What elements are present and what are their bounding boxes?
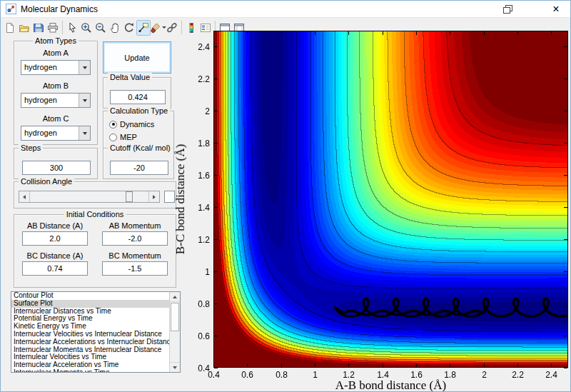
link-icon <box>166 22 178 34</box>
panel-title: Collision Angle <box>19 177 74 186</box>
toolbar-button-edit-plot[interactable] <box>65 20 79 36</box>
delta-value-panel: Delta Value <box>103 77 171 109</box>
list-item[interactable]: Internuclear Accelerations vs Internucle… <box>11 338 169 346</box>
rotate-3d-icon <box>123 22 135 34</box>
restore-button[interactable] <box>495 1 520 17</box>
slider-right-arrow[interactable] <box>148 191 159 202</box>
steps-field[interactable] <box>22 161 91 175</box>
toolbar-button-brush[interactable] <box>151 20 165 36</box>
x-axis-label: A-B bond distance (Å) <box>319 378 463 392</box>
list-item[interactable]: Internuclear Velocities vs Internuclear … <box>11 331 169 338</box>
toolbar-separator <box>62 21 63 34</box>
toolbar-button-link-plot[interactable] <box>165 20 179 36</box>
toolbar-separator <box>181 21 182 34</box>
scroll-down-button[interactable] <box>170 362 180 372</box>
chevron-down-icon <box>83 99 87 102</box>
update-button[interactable]: Update <box>103 41 171 74</box>
chevron-down-icon <box>83 66 87 69</box>
combobox-value: hydrogen <box>24 63 57 71</box>
cutoff-panel: Cutoff (Kcal/ mol) <box>103 148 174 179</box>
zoom-out-icon <box>95 22 106 34</box>
combobox-arrow[interactable] <box>79 126 90 140</box>
slider-thumb[interactable] <box>126 191 133 202</box>
radio-label: MEP <box>120 133 137 141</box>
atom-a-label: Atom A <box>43 49 68 57</box>
toolbar-button-new-figure[interactable] <box>3 20 17 36</box>
toolbar-button-open-file[interactable] <box>17 20 31 36</box>
radio-dynamics[interactable]: Dynamics <box>109 120 154 129</box>
listbox-scrollbar[interactable] <box>169 292 180 372</box>
open-folder-icon <box>19 22 30 34</box>
new-document-icon <box>4 22 16 34</box>
radio-circle-icon <box>109 134 117 141</box>
combobox-arrow[interactable] <box>79 94 90 107</box>
data-cursor-icon <box>138 22 149 34</box>
toolbar-button-pan[interactable] <box>108 20 122 36</box>
print-icon <box>47 22 59 34</box>
arrow-left-icon <box>23 195 26 199</box>
pan-hand-icon <box>109 22 121 34</box>
list-item[interactable]: Internulear Velocities vs Time <box>11 353 169 361</box>
bc-momentum-field[interactable] <box>102 261 168 276</box>
combobox-arrow[interactable] <box>79 61 90 74</box>
panel-title: Atom Types <box>33 36 79 45</box>
list-item[interactable]: Surface Plot <box>11 300 169 308</box>
initial-conditions-panel: Initial Conditions AB Distance (A) AB Mo… <box>14 214 176 288</box>
panel-title: Delta Value <box>108 73 152 81</box>
close-icon: × <box>552 4 559 15</box>
app-icon <box>6 4 16 14</box>
ab-momentum-field[interactable] <box>102 231 168 246</box>
combobox-value: hydrogen <box>24 96 57 104</box>
plot-type-listbox: Contour PlotSurface PlotInternuclear Dis… <box>11 291 181 373</box>
combobox-value: hydrogen <box>24 129 57 137</box>
toolbar-button-zoom-in[interactable] <box>79 20 94 36</box>
ab-momentum-label: AB Momentum <box>109 221 161 230</box>
arrow-right-icon <box>153 195 156 199</box>
close-button[interactable]: × <box>543 1 569 17</box>
panel-title: Cutoff (Kcal/ mol) <box>108 144 173 152</box>
toolbar-button-print-figure[interactable] <box>46 20 60 36</box>
list-item[interactable]: Internuclear Distances vs Time <box>11 308 169 316</box>
list-item[interactable]: Internuclear Momenta vs Time <box>11 369 169 372</box>
brush-icon <box>150 22 161 34</box>
list-item[interactable]: Contour Plot <box>11 292 169 300</box>
pes-plot-canvas[interactable] <box>183 22 571 390</box>
list-item[interactable]: Internuclear Acceleration vs Time <box>11 361 169 369</box>
radio-label: Dynamics <box>120 120 154 129</box>
panel-title: Calculation Type <box>108 106 170 115</box>
collision-angle-slider[interactable] <box>19 191 160 203</box>
cutoff-field[interactable] <box>110 161 168 175</box>
scroll-thumb[interactable] <box>171 303 179 331</box>
y-axis-label: B-C bond distance (Å) <box>173 144 188 254</box>
list-item[interactable]: Kinetic Energy vs Time <box>11 323 169 331</box>
cursor-arrow-icon <box>66 22 78 34</box>
bc-momentum-label: BC Momentum <box>108 251 161 260</box>
atom-b-label: Atom B <box>43 81 69 90</box>
list-item[interactable]: Potential Energy vs Time <box>11 315 169 323</box>
radio-circle-icon <box>109 121 117 129</box>
toolbar-button-zoom-out[interactable] <box>94 20 108 36</box>
list-item[interactable]: Internuclear Momenta vs Internuclear Dis… <box>11 346 169 354</box>
chevron-down-icon <box>83 132 87 135</box>
collision-angle-panel: Collision Angle <box>14 181 176 208</box>
bc-distance-field[interactable] <box>22 261 88 276</box>
atom-c-combobox[interactable]: hydrogen <box>21 126 91 141</box>
radio-mep[interactable]: MEP <box>109 133 137 141</box>
toolbar-button-data-cursor[interactable] <box>136 20 151 36</box>
steps-panel: Steps <box>14 148 98 179</box>
restore-icon <box>503 5 512 13</box>
toolbar-button-save-figure[interactable] <box>31 20 46 36</box>
atom-c-label: Atom C <box>43 114 69 123</box>
window-title: Molecular Dynamics <box>21 4 98 14</box>
atom-b-combobox[interactable]: hydrogen <box>21 93 91 108</box>
zoom-in-icon <box>81 22 92 34</box>
toolbar-button-rotate-3d[interactable] <box>122 20 136 36</box>
slider-left-arrow[interactable] <box>19 191 30 202</box>
ab-distance-field[interactable] <box>22 231 88 246</box>
scroll-up-button[interactable] <box>170 292 180 302</box>
delta-value-field[interactable] <box>110 90 166 104</box>
panel-title: Initial Conditions <box>64 210 126 218</box>
atom-a-combobox[interactable]: hydrogen <box>21 60 91 75</box>
atom-types-panel: Atom Types Atom AhydrogenAtom BhydrogenA… <box>14 41 98 145</box>
titlebar: Molecular Dynamics × <box>1 1 570 18</box>
